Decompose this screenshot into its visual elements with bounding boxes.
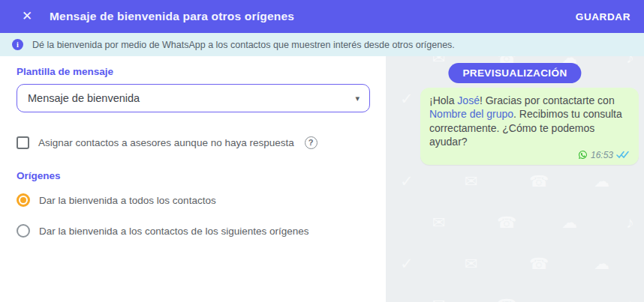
message-text: ! Gracias por contactarte con bbox=[480, 94, 615, 106]
whatsapp-icon bbox=[578, 150, 588, 160]
info-icon: i bbox=[12, 39, 23, 50]
origin-option-all-label: Dar la bienvenida a todos los contactos bbox=[39, 195, 216, 206]
question-circle-icon[interactable]: ? bbox=[305, 136, 317, 149]
modal-title: Mensaje de bienvenida para otros orígene… bbox=[50, 10, 294, 23]
settings-form-panel: Plantilla de mensaje Mensaje de bienveni… bbox=[0, 56, 386, 302]
wallpaper-doodle-icon: ♪ bbox=[626, 214, 634, 232]
info-banner-text: Dé la bienvenida por medio de WhatsApp a… bbox=[32, 40, 455, 50]
wallpaper-doodle-icon: ☁ bbox=[561, 214, 577, 232]
wallpaper-doodle-icon: ✉ bbox=[465, 172, 478, 190]
chat-bubble: ¡Hola José! Gracias por contactarte con … bbox=[420, 88, 639, 165]
close-icon[interactable]: ✕ bbox=[20, 9, 35, 24]
origin-option-all[interactable]: Dar la bienvenida a todos los contactos bbox=[17, 193, 216, 207]
message-text: ¡Hola bbox=[429, 94, 457, 106]
template-select[interactable]: Mensaje de bienvenida ▾ bbox=[17, 84, 370, 112]
assign-checkbox-row[interactable]: Asignar contactos a asesores aunque no h… bbox=[17, 136, 317, 149]
wallpaper-doodle-icon: ♪ bbox=[626, 56, 634, 67]
caret-down-icon: ▾ bbox=[355, 94, 360, 103]
wallpaper-doodle-icon: ✓ bbox=[400, 255, 414, 273]
chat-message-meta: 16:53 bbox=[429, 150, 630, 160]
radio-selected-icon[interactable] bbox=[17, 193, 30, 207]
whatsapp-preview-panel: ✓✉☎☁♪⌂✓✉☎☁♪⌂✓✉☎☁♪⌂✓✉☎☁♪⌂✓✉☎☁♪⌂✓✉☎☁♪⌂✓✉☎☁… bbox=[386, 56, 644, 302]
wallpaper-doodle-icon: ♪ bbox=[626, 296, 634, 302]
message-timestamp: 16:53 bbox=[591, 150, 613, 160]
assign-checkbox[interactable] bbox=[17, 136, 29, 149]
wallpaper-doodle-icon: ✓ bbox=[400, 172, 414, 190]
save-button[interactable]: GUARDAR bbox=[573, 0, 633, 33]
wallpaper-doodle-icon: ☁ bbox=[594, 255, 609, 273]
wallpaper-doodle-icon: ☁ bbox=[561, 296, 577, 302]
origins-label: Orígenes bbox=[17, 170, 61, 181]
wallpaper-doodle-icon: ☎ bbox=[529, 255, 549, 273]
radio-unselected-icon[interactable] bbox=[17, 224, 30, 238]
template-label: Plantilla de mensaje bbox=[17, 66, 113, 77]
template-select-value: Mensaje de bienvenida bbox=[28, 92, 140, 104]
wallpaper-doodle-icon: ☎ bbox=[497, 214, 516, 232]
wallpaper-doodle-icon: ✉ bbox=[432, 296, 446, 302]
chat-message-text: ¡Hola José! Gracias por contactarte con … bbox=[429, 94, 630, 149]
wallpaper-doodle-icon: ✉ bbox=[432, 214, 446, 232]
wallpaper-doodle-icon: ✉ bbox=[432, 56, 446, 67]
preview-badge: PREVISUALIZACIÓN bbox=[448, 63, 581, 83]
origin-option-specific-label: Dar la bienvenida a los contactos de los… bbox=[39, 226, 308, 237]
double-check-icon bbox=[616, 151, 630, 159]
wallpaper-doodle-icon: ☎ bbox=[529, 172, 549, 190]
info-banner: i Dé la bienvenida por medio de WhatsApp… bbox=[0, 33, 644, 56]
wallpaper-doodle-icon: ☎ bbox=[497, 296, 516, 302]
wallpaper-doodle-icon: ✉ bbox=[465, 255, 478, 273]
wallpaper-doodle-icon: ✓ bbox=[400, 90, 414, 108]
origin-option-specific[interactable]: Dar la bienvenida a los contactos de los… bbox=[17, 224, 308, 238]
message-variable: Nombre del grupo bbox=[429, 108, 513, 120]
assign-checkbox-label: Asignar contactos a asesores aunque no h… bbox=[38, 137, 294, 148]
modal-header: ✕ Mensaje de bienvenida para otros oríge… bbox=[0, 0, 644, 33]
message-variable: José bbox=[457, 94, 480, 106]
wallpaper-doodle-icon: ☁ bbox=[594, 172, 609, 190]
